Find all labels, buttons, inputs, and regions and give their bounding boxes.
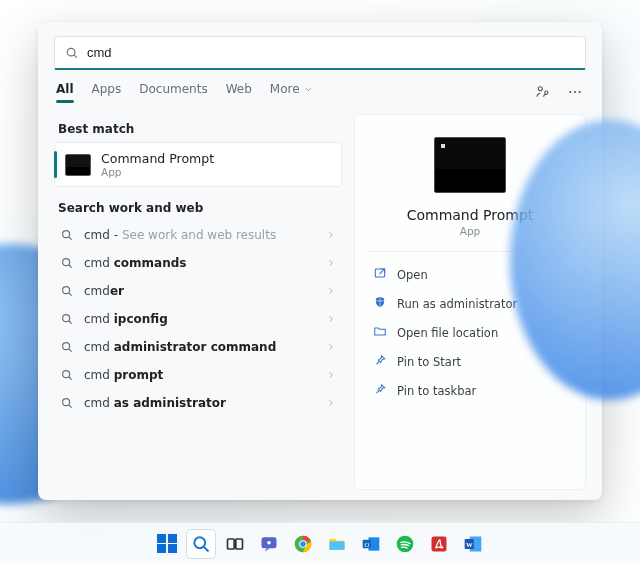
svg-line-20 xyxy=(69,405,72,408)
search-icon xyxy=(60,228,74,242)
action-label: Run as administrator xyxy=(397,297,517,311)
svg-point-6 xyxy=(579,91,581,93)
taskbar-search[interactable] xyxy=(187,530,215,558)
suggestion-item[interactable]: cmd as administrator xyxy=(54,389,342,417)
chrome-icon xyxy=(293,534,313,554)
svg-text:O: O xyxy=(364,540,369,547)
pin-icon xyxy=(373,353,387,370)
chat-icon xyxy=(259,534,279,554)
search-icon xyxy=(191,534,211,554)
taskview-icon xyxy=(225,534,245,554)
action-run-as-administrator[interactable]: Run as administrator xyxy=(371,289,569,318)
taskbar-acrobat[interactable] xyxy=(425,530,453,558)
taskbar-explorer[interactable] xyxy=(323,530,351,558)
svg-point-22 xyxy=(194,537,205,548)
chevron-right-icon xyxy=(326,342,336,352)
suggestion-item[interactable]: cmd administrator command xyxy=(54,333,342,361)
suggestion-label: cmd as administrator xyxy=(84,396,316,410)
taskbar-spotify[interactable] xyxy=(391,530,419,558)
suggestion-item[interactable]: cmd - See work and web results xyxy=(54,221,342,249)
taskbar-chat[interactable] xyxy=(255,530,283,558)
svg-line-8 xyxy=(69,237,72,240)
svg-point-15 xyxy=(63,343,70,350)
taskbar-chrome[interactable] xyxy=(289,530,317,558)
svg-point-13 xyxy=(63,315,70,322)
svg-line-18 xyxy=(69,377,72,380)
taskbar: OW xyxy=(0,522,640,564)
svg-line-14 xyxy=(69,321,72,324)
svg-point-3 xyxy=(545,91,548,94)
suggestion-label: cmd administrator command xyxy=(84,340,316,354)
preview-subtitle: App xyxy=(371,225,569,237)
outlook-icon: O xyxy=(361,534,381,554)
svg-rect-25 xyxy=(236,539,243,549)
svg-rect-36 xyxy=(432,536,447,551)
search-input[interactable] xyxy=(87,45,575,60)
svg-point-27 xyxy=(267,540,271,544)
suggestion-item[interactable]: cmd commands xyxy=(54,249,342,277)
svg-line-12 xyxy=(69,293,72,296)
best-match-heading: Best match xyxy=(58,122,342,136)
search-icon xyxy=(60,312,74,326)
taskbar-outlook[interactable]: O xyxy=(357,530,385,558)
tab-documents[interactable]: Documents xyxy=(139,82,207,102)
suggestion-label: cmd prompt xyxy=(84,368,316,382)
chevron-right-icon xyxy=(326,314,336,324)
action-label: Pin to taskbar xyxy=(397,384,476,398)
svg-point-9 xyxy=(63,259,70,266)
svg-point-17 xyxy=(63,371,70,378)
suggestion-item[interactable]: cmd prompt xyxy=(54,361,342,389)
svg-text:W: W xyxy=(466,540,473,547)
suggestion-label: cmd ipconfig xyxy=(84,312,316,326)
divider xyxy=(367,251,573,252)
svg-rect-24 xyxy=(228,539,235,549)
suggestion-item[interactable]: cmder xyxy=(54,277,342,305)
tab-web[interactable]: Web xyxy=(226,82,252,102)
chevron-right-icon xyxy=(326,370,336,380)
svg-line-10 xyxy=(69,265,72,268)
search-icon xyxy=(60,284,74,298)
chevron-right-icon xyxy=(326,398,336,408)
svg-rect-31 xyxy=(330,541,345,549)
svg-line-16 xyxy=(69,349,72,352)
suggestions-heading: Search work and web xyxy=(58,201,342,215)
taskbar-start[interactable] xyxy=(153,530,181,558)
svg-point-7 xyxy=(63,231,70,238)
more-options-icon[interactable] xyxy=(566,83,584,101)
svg-point-2 xyxy=(538,87,542,91)
action-pin-to-start[interactable]: Pin to Start xyxy=(371,347,569,376)
spotify-icon xyxy=(395,534,415,554)
taskbar-taskview[interactable] xyxy=(221,530,249,558)
org-search-icon[interactable] xyxy=(534,83,552,101)
action-list: OpenRun as administratorOpen file locati… xyxy=(371,260,569,405)
action-pin-to-taskbar[interactable]: Pin to taskbar xyxy=(371,376,569,405)
results-column: Best match Command Prompt App Search wor… xyxy=(54,114,342,490)
action-open-file-location[interactable]: Open file location xyxy=(371,318,569,347)
command-prompt-icon xyxy=(65,154,91,176)
search-tabs: AllAppsDocumentsWebMore xyxy=(54,82,586,108)
svg-point-5 xyxy=(574,91,576,93)
tab-more[interactable]: More xyxy=(270,82,313,102)
search-bar[interactable] xyxy=(54,36,586,70)
tab-all[interactable]: All xyxy=(56,82,74,102)
tab-apps[interactable]: Apps xyxy=(92,82,122,102)
best-match-title: Command Prompt xyxy=(101,151,214,166)
best-match-result[interactable]: Command Prompt App xyxy=(54,142,342,187)
suggestion-item[interactable]: cmd ipconfig xyxy=(54,305,342,333)
taskbar-word[interactable]: W xyxy=(459,530,487,558)
file-explorer-icon xyxy=(327,534,347,554)
svg-point-0 xyxy=(67,48,75,56)
preview-pane: Command Prompt App OpenRun as administra… xyxy=(354,114,586,490)
action-label: Open file location xyxy=(397,326,498,340)
chevron-down-icon xyxy=(304,85,313,94)
action-open[interactable]: Open xyxy=(371,260,569,289)
svg-point-19 xyxy=(63,399,70,406)
search-icon xyxy=(60,340,74,354)
chevron-right-icon xyxy=(326,258,336,268)
folder-icon xyxy=(373,324,387,341)
word-icon: W xyxy=(463,534,483,554)
svg-point-11 xyxy=(63,287,70,294)
suggestion-list: cmd - See work and web resultscmd comman… xyxy=(54,221,342,417)
search-icon xyxy=(60,368,74,382)
shield-icon xyxy=(373,295,387,312)
